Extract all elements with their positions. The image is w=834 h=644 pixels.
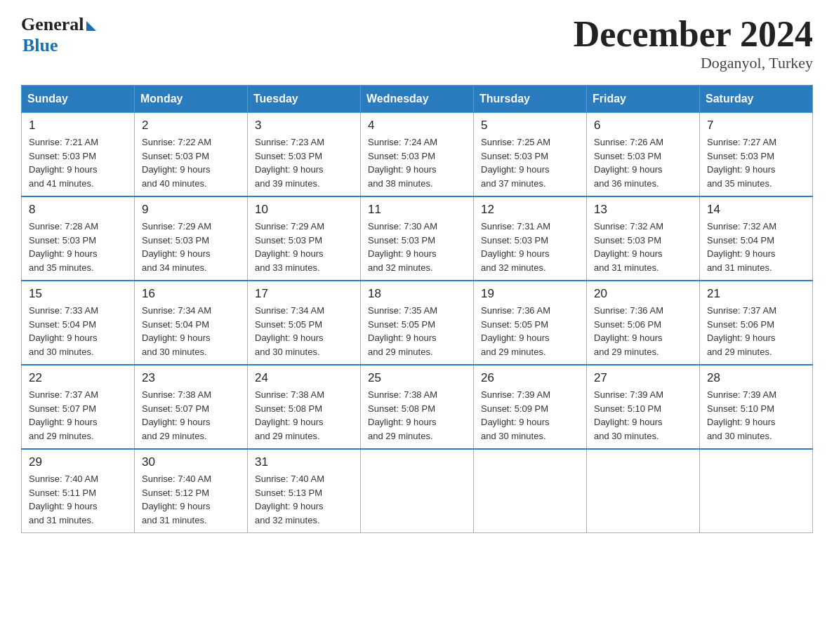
table-row: 19 Sunrise: 7:36 AM Sunset: 5:05 PM Dayl…	[474, 281, 587, 365]
table-row: 13 Sunrise: 7:32 AM Sunset: 5:03 PM Dayl…	[587, 196, 700, 281]
table-row: 6 Sunrise: 7:26 AM Sunset: 5:03 PM Dayli…	[587, 113, 700, 197]
day-info: Sunrise: 7:40 AM Sunset: 5:13 PM Dayligh…	[255, 472, 353, 527]
table-row: 4 Sunrise: 7:24 AM Sunset: 5:03 PM Dayli…	[361, 113, 474, 197]
day-info: Sunrise: 7:36 AM Sunset: 5:06 PM Dayligh…	[594, 304, 692, 358]
logo-triangle-icon	[86, 21, 96, 31]
col-thursday: Thursday	[474, 86, 587, 113]
table-row: 28 Sunrise: 7:39 AM Sunset: 5:10 PM Dayl…	[700, 365, 813, 449]
calendar-header-row: Sunday Monday Tuesday Wednesday Thursday…	[22, 86, 813, 113]
table-row: 9 Sunrise: 7:29 AM Sunset: 5:03 PM Dayli…	[135, 196, 248, 281]
calendar-week-3: 15 Sunrise: 7:33 AM Sunset: 5:04 PM Dayl…	[22, 281, 813, 365]
day-info: Sunrise: 7:27 AM Sunset: 5:03 PM Dayligh…	[707, 135, 805, 190]
table-row: 27 Sunrise: 7:39 AM Sunset: 5:10 PM Dayl…	[587, 365, 700, 449]
day-number: 9	[142, 203, 240, 217]
day-number: 20	[594, 287, 692, 301]
day-number: 12	[481, 203, 579, 217]
day-info: Sunrise: 7:23 AM Sunset: 5:03 PM Dayligh…	[255, 135, 353, 190]
day-info: Sunrise: 7:32 AM Sunset: 5:04 PM Dayligh…	[707, 220, 805, 274]
calendar-week-5: 29 Sunrise: 7:40 AM Sunset: 5:11 PM Dayl…	[22, 449, 813, 533]
day-info: Sunrise: 7:40 AM Sunset: 5:11 PM Dayligh…	[29, 472, 127, 527]
day-info: Sunrise: 7:24 AM Sunset: 5:03 PM Dayligh…	[368, 135, 466, 190]
logo-general-text: General	[21, 14, 84, 35]
day-number: 6	[594, 119, 692, 133]
day-info: Sunrise: 7:31 AM Sunset: 5:03 PM Dayligh…	[481, 220, 579, 274]
day-number: 3	[255, 119, 353, 133]
table-row: 18 Sunrise: 7:35 AM Sunset: 5:05 PM Dayl…	[361, 281, 474, 365]
table-row: 31 Sunrise: 7:40 AM Sunset: 5:13 PM Dayl…	[248, 449, 361, 533]
day-info: Sunrise: 7:40 AM Sunset: 5:12 PM Dayligh…	[142, 472, 240, 527]
day-info: Sunrise: 7:34 AM Sunset: 5:05 PM Dayligh…	[255, 304, 353, 358]
day-number: 18	[368, 287, 466, 301]
day-info: Sunrise: 7:22 AM Sunset: 5:03 PM Dayligh…	[142, 135, 240, 190]
title-area: December 2024 Doganyol, Turkey	[574, 14, 813, 72]
location: Doganyol, Turkey	[574, 54, 813, 72]
calendar-week-1: 1 Sunrise: 7:21 AM Sunset: 5:03 PM Dayli…	[22, 113, 813, 197]
day-number: 14	[707, 203, 805, 217]
table-row: 21 Sunrise: 7:37 AM Sunset: 5:06 PM Dayl…	[700, 281, 813, 365]
table-row	[474, 449, 587, 533]
table-row: 10 Sunrise: 7:29 AM Sunset: 5:03 PM Dayl…	[248, 196, 361, 281]
table-row: 30 Sunrise: 7:40 AM Sunset: 5:12 PM Dayl…	[135, 449, 248, 533]
day-info: Sunrise: 7:26 AM Sunset: 5:03 PM Dayligh…	[594, 135, 692, 190]
day-number: 27	[594, 371, 692, 385]
day-number: 22	[29, 371, 127, 385]
day-info: Sunrise: 7:37 AM Sunset: 5:06 PM Dayligh…	[707, 304, 805, 358]
logo: General Blue	[21, 14, 96, 56]
logo-blue-text: Blue	[22, 35, 58, 56]
calendar-week-4: 22 Sunrise: 7:37 AM Sunset: 5:07 PM Dayl…	[22, 365, 813, 449]
day-number: 28	[707, 371, 805, 385]
day-info: Sunrise: 7:36 AM Sunset: 5:05 PM Dayligh…	[481, 304, 579, 358]
page-header: General Blue December 2024 Doganyol, Tur…	[21, 14, 813, 72]
day-info: Sunrise: 7:29 AM Sunset: 5:03 PM Dayligh…	[255, 220, 353, 274]
day-number: 7	[707, 119, 805, 133]
day-info: Sunrise: 7:38 AM Sunset: 5:07 PM Dayligh…	[142, 388, 240, 443]
day-number: 24	[255, 371, 353, 385]
day-number: 17	[255, 287, 353, 301]
day-number: 29	[29, 455, 127, 469]
day-number: 1	[29, 119, 127, 133]
day-info: Sunrise: 7:39 AM Sunset: 5:10 PM Dayligh…	[594, 388, 692, 443]
day-info: Sunrise: 7:33 AM Sunset: 5:04 PM Dayligh…	[29, 304, 127, 358]
day-info: Sunrise: 7:37 AM Sunset: 5:07 PM Dayligh…	[29, 388, 127, 443]
table-row	[361, 449, 474, 533]
day-number: 8	[29, 203, 127, 217]
day-number: 26	[481, 371, 579, 385]
table-row: 17 Sunrise: 7:34 AM Sunset: 5:05 PM Dayl…	[248, 281, 361, 365]
day-number: 31	[255, 455, 353, 469]
day-number: 21	[707, 287, 805, 301]
day-info: Sunrise: 7:32 AM Sunset: 5:03 PM Dayligh…	[594, 220, 692, 274]
calendar-week-2: 8 Sunrise: 7:28 AM Sunset: 5:03 PM Dayli…	[22, 196, 813, 281]
day-number: 23	[142, 371, 240, 385]
col-monday: Monday	[135, 86, 248, 113]
table-row: 25 Sunrise: 7:38 AM Sunset: 5:08 PM Dayl…	[361, 365, 474, 449]
day-info: Sunrise: 7:28 AM Sunset: 5:03 PM Dayligh…	[29, 220, 127, 274]
table-row: 2 Sunrise: 7:22 AM Sunset: 5:03 PM Dayli…	[135, 113, 248, 197]
table-row: 11 Sunrise: 7:30 AM Sunset: 5:03 PM Dayl…	[361, 196, 474, 281]
day-info: Sunrise: 7:38 AM Sunset: 5:08 PM Dayligh…	[368, 388, 466, 443]
day-number: 19	[481, 287, 579, 301]
day-number: 4	[368, 119, 466, 133]
table-row: 26 Sunrise: 7:39 AM Sunset: 5:09 PM Dayl…	[474, 365, 587, 449]
table-row: 7 Sunrise: 7:27 AM Sunset: 5:03 PM Dayli…	[700, 113, 813, 197]
day-info: Sunrise: 7:39 AM Sunset: 5:10 PM Dayligh…	[707, 388, 805, 443]
day-number: 13	[594, 203, 692, 217]
day-info: Sunrise: 7:29 AM Sunset: 5:03 PM Dayligh…	[142, 220, 240, 274]
day-number: 25	[368, 371, 466, 385]
day-info: Sunrise: 7:21 AM Sunset: 5:03 PM Dayligh…	[29, 135, 127, 190]
table-row: 23 Sunrise: 7:38 AM Sunset: 5:07 PM Dayl…	[135, 365, 248, 449]
day-info: Sunrise: 7:38 AM Sunset: 5:08 PM Dayligh…	[255, 388, 353, 443]
day-number: 15	[29, 287, 127, 301]
col-friday: Friday	[587, 86, 700, 113]
month-title: December 2024	[574, 14, 813, 54]
day-info: Sunrise: 7:34 AM Sunset: 5:04 PM Dayligh…	[142, 304, 240, 358]
day-number: 30	[142, 455, 240, 469]
day-info: Sunrise: 7:25 AM Sunset: 5:03 PM Dayligh…	[481, 135, 579, 190]
table-row: 29 Sunrise: 7:40 AM Sunset: 5:11 PM Dayl…	[22, 449, 135, 533]
day-number: 16	[142, 287, 240, 301]
table-row: 8 Sunrise: 7:28 AM Sunset: 5:03 PM Dayli…	[22, 196, 135, 281]
day-number: 10	[255, 203, 353, 217]
day-info: Sunrise: 7:30 AM Sunset: 5:03 PM Dayligh…	[368, 220, 466, 274]
col-tuesday: Tuesday	[248, 86, 361, 113]
table-row	[587, 449, 700, 533]
day-info: Sunrise: 7:35 AM Sunset: 5:05 PM Dayligh…	[368, 304, 466, 358]
